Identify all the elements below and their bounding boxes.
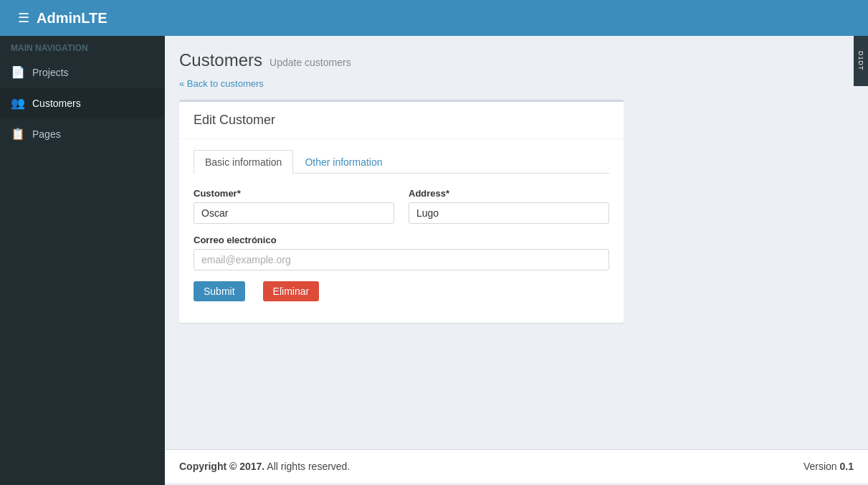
pages-icon: 📋 [11, 127, 25, 141]
sidebar-item-label: Customers [32, 98, 81, 109]
address-input[interactable] [409, 202, 609, 224]
sidebar-item-label: Projects [32, 67, 69, 78]
address-label: Address* [409, 188, 609, 199]
page-header: Customers Update customers [179, 50, 854, 70]
submit-button[interactable]: Submit [194, 281, 245, 301]
customer-input[interactable] [194, 202, 394, 224]
footer-copyright: Copyright © 2017. All rights reserved. [179, 461, 350, 472]
customer-label: Customer* [194, 188, 394, 199]
sidebar: MAIN NAVIGATION 📄 Projects 👥 Customers 📋… [0, 36, 165, 483]
edit-customer-form: Customer* Address* Correo electrónico [194, 188, 609, 301]
version-label: Version [803, 461, 837, 472]
form-row-email: Correo electrónico [194, 235, 609, 270]
form-group-email: Correo electrónico [194, 235, 609, 270]
brand-bold: LTE [81, 10, 107, 26]
brand-link[interactable]: AdminLTE [37, 10, 108, 27]
breadcrumb: « Back to customers [179, 77, 854, 89]
sidebar-item-projects[interactable]: 📄 Projects [0, 57, 165, 88]
brand-light: Admin [37, 10, 81, 26]
form-group-address: Address* [409, 188, 609, 224]
tab-other-label: Other information [305, 156, 382, 168]
tab-basic-label: Basic information [205, 156, 282, 168]
email-label: Correo electrónico [194, 235, 609, 245]
tab-basic-information[interactable]: Basic information [194, 150, 293, 174]
delete-button[interactable]: Eliminar [263, 281, 320, 301]
edit-customer-card: Edit Customer Basic information Other in… [179, 100, 624, 323]
card-header: Edit Customer [179, 102, 624, 139]
tab-bar: Basic information Other information [194, 150, 609, 174]
email-input[interactable] [194, 249, 609, 270]
hamburger-icon: ☰ [18, 11, 29, 25]
navbar: ☰ AdminLTE [0, 0, 868, 36]
footer-version: Version 0.1 [803, 461, 854, 472]
sidebar-item-customers[interactable]: 👥 Customers [0, 88, 165, 118]
copyright-bold: Copyright © 2017. [179, 461, 264, 472]
page-title: Customers [179, 50, 262, 70]
form-row-customer-address: Customer* Address* [194, 188, 609, 224]
copyright-rights: All rights reserved. [267, 461, 350, 472]
form-actions: Submit Eliminar [194, 281, 609, 301]
card-body: Basic information Other information Cust… [179, 139, 624, 323]
main-content: Customers Update customers « Back to cus… [165, 36, 868, 449]
footer: Copyright © 2017. All rights reserved. V… [165, 449, 868, 483]
back-to-customers-link[interactable]: « Back to customers [179, 78, 264, 89]
customers-icon: 👥 [11, 96, 25, 110]
menu-toggle-button[interactable]: ☰ [11, 6, 37, 29]
sidebar-item-label: Pages [32, 128, 61, 140]
page-subtitle: Update customers [270, 57, 351, 68]
form-group-customer: Customer* [194, 188, 394, 224]
side-decoration: D1DT [854, 36, 868, 86]
projects-icon: 📄 [11, 65, 25, 79]
version-number: 0.1 [840, 461, 854, 472]
tab-other-information[interactable]: Other information [293, 150, 394, 174]
card-title: Edit Customer [194, 113, 609, 128]
sidebar-item-pages[interactable]: 📋 Pages [0, 118, 165, 149]
side-deco-text: D1DT [857, 51, 864, 71]
sidebar-nav-label: MAIN NAVIGATION [0, 36, 165, 57]
